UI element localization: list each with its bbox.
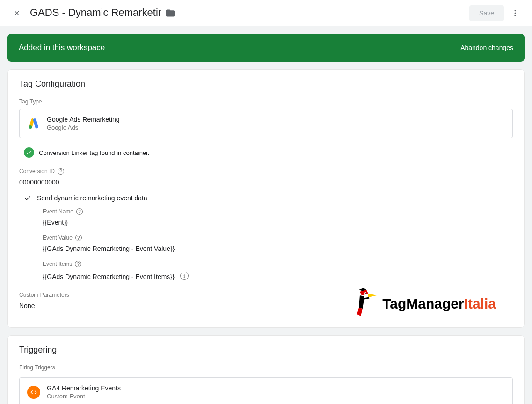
tag-name-input[interactable] (30, 5, 161, 21)
banner-title: Added in this workspace (19, 43, 105, 52)
trigger-name: GA4 Remarketing Events (47, 384, 121, 392)
help-icon[interactable]: ? (75, 261, 81, 267)
tag-type-selector[interactable]: Google Ads Remarketing Google Ads (19, 109, 513, 138)
conversion-id-field: Conversion ID ? 00000000000 (19, 168, 513, 186)
conversion-linker-status: Conversion Linker tag found in container… (24, 147, 513, 158)
workspace-status-banner: Added in this workspace Abandon changes (7, 34, 525, 62)
event-value-value: {{GAds Dynamic Remarketing - Event Value… (43, 245, 513, 252)
custom-parameters-label: Custom Parameters (19, 292, 513, 298)
section-title: Triggering (19, 345, 513, 355)
event-name-value: {{Event}} (43, 219, 513, 226)
editor-header: Save (0, 0, 532, 26)
help-icon[interactable]: ? (75, 235, 82, 241)
more-vert-icon (511, 9, 519, 17)
event-items-field: Event Items ? {{GAds Dynamic Remarketing… (43, 261, 513, 280)
event-name-field: Event Name ? {{Event}} (43, 208, 513, 226)
tag-type-name: Google Ads Remarketing (47, 116, 120, 123)
conversion-id-value: 00000000000 (19, 178, 513, 186)
custom-event-trigger-icon (27, 386, 40, 399)
firing-trigger-row[interactable]: GA4 Remarketing Events Custom Event (19, 377, 513, 404)
event-items-label: Event Items (43, 261, 72, 267)
svg-point-3 (29, 125, 32, 129)
tag-type-platform: Google Ads (47, 124, 120, 131)
event-value-label: Event Value (43, 235, 73, 241)
conversion-id-label: Conversion ID (19, 168, 55, 175)
help-icon[interactable]: ? (58, 168, 64, 175)
custom-parameters-value: None (19, 302, 513, 309)
custom-parameters-field: Custom Parameters None (19, 292, 513, 309)
save-button[interactable]: Save (469, 5, 504, 21)
firing-triggers-label: Firing Triggers (19, 364, 513, 371)
close-icon (13, 9, 21, 17)
dynamic-remarketing-checkbox-row: Send dynamic remarketing event data (24, 194, 513, 202)
dynamic-remarketing-label: Send dynamic remarketing event data (37, 194, 147, 202)
section-title: Tag Configuration (19, 79, 513, 89)
editor-content: Added in this workspace Abandon changes … (0, 26, 532, 404)
event-value-field: Event Value ? {{GAds Dynamic Remarketing… (43, 235, 513, 252)
checkmark-icon (24, 194, 31, 202)
status-text: Conversion Linker tag found in container… (39, 149, 149, 156)
trigger-type: Custom Event (47, 393, 121, 400)
google-ads-icon (27, 117, 40, 130)
help-icon[interactable]: ? (76, 208, 83, 215)
close-button[interactable] (7, 4, 26, 22)
event-items-value: {{GAds Dynamic Remarketing - Event Items… (43, 273, 175, 280)
svg-point-2 (515, 15, 516, 16)
folder-button[interactable] (166, 8, 175, 18)
svg-point-1 (515, 12, 516, 14)
folder-icon (166, 8, 175, 18)
info-icon[interactable]: i (180, 272, 189, 280)
check-circle-icon (24, 147, 34, 158)
more-menu-button[interactable] (506, 4, 525, 22)
svg-point-0 (515, 10, 516, 11)
tag-type-label: Tag Type (19, 98, 513, 105)
tag-configuration-card[interactable]: Tag Configuration Tag Type Google Ads Re… (7, 69, 525, 328)
event-name-label: Event Name (43, 208, 73, 215)
abandon-changes-link[interactable]: Abandon changes (460, 44, 513, 51)
triggering-card[interactable]: Triggering Firing Triggers GA4 Remarketi… (7, 335, 525, 404)
